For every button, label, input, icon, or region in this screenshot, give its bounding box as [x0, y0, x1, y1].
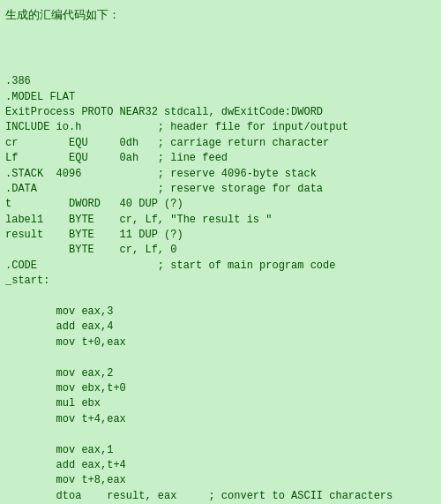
code-line: mov t+0,eax: [5, 335, 436, 350]
code-line: result BYTE 11 DUP (?): [5, 228, 436, 243]
code-line: mov t+4,eax: [5, 412, 436, 427]
code-block: .386.MODEL FLATExitProcess PROTO NEAR32 …: [5, 28, 436, 504]
code-line: .DATA ; reserve storage for data: [5, 182, 436, 197]
code-line: mov eax,3: [5, 305, 436, 320]
code-line: dtoa result, eax ; convert to ASCII char…: [5, 489, 436, 504]
code-line: [5, 427, 436, 442]
code-line: BYTE cr, Lf, 0: [5, 243, 436, 258]
code-line: .CODE ; start of main program code: [5, 259, 436, 274]
code-line: add eax,4: [5, 320, 436, 335]
code-line: Lf EQU 0ah ; line feed: [5, 151, 436, 166]
code-line: label1 BYTE cr, Lf, "The result is ": [5, 213, 436, 228]
code-line: mov ebx,t+0: [5, 381, 436, 396]
code-line: .STACK 4096 ; reserve 4096-byte stack: [5, 167, 436, 182]
code-line: t DWORD 40 DUP (?): [5, 197, 436, 212]
code-line: mul ebx: [5, 396, 436, 411]
code-line: [5, 350, 436, 365]
code-line: .MODEL FLAT: [5, 90, 436, 105]
code-line: ExitProcess PROTO NEAR32 stdcall, dwExit…: [5, 105, 436, 120]
main-container: 生成的汇编代码如下： .386.MODEL FLATExitProcess PR…: [0, 0, 441, 504]
code-line: cr EQU 0dh ; carriage return character: [5, 136, 436, 151]
code-line: add eax,t+4: [5, 458, 436, 473]
code-line: _start:: [5, 274, 436, 289]
code-line: [5, 59, 436, 74]
page-title: 生成的汇编代码如下：: [5, 7, 436, 23]
code-line: mov eax,2: [5, 366, 436, 381]
code-line: INCLUDE io.h ; header file for input/out…: [5, 120, 436, 135]
code-line: .386: [5, 74, 436, 89]
code-line: mov eax,1: [5, 443, 436, 458]
code-line: mov t+8,eax: [5, 473, 436, 488]
code-line: [5, 290, 436, 305]
